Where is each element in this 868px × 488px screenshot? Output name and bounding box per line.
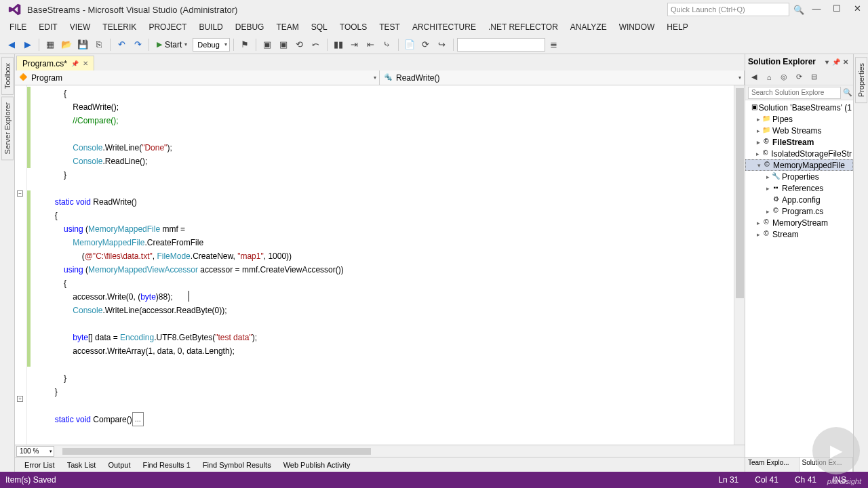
open-icon[interactable]: 📂 (59, 37, 74, 52)
redo-icon[interactable]: ↷ (130, 37, 145, 52)
menu-sql[interactable]: SQL (306, 21, 333, 33)
outline-expand-icon[interactable]: + (17, 396, 23, 402)
menu-build[interactable]: BUILD (193, 21, 228, 33)
scope-dropdown[interactable]: 🔶 Program (15, 70, 380, 85)
maximize-button[interactable]: ☐ (829, 3, 845, 16)
tree-stream[interactable]: Stream (772, 230, 799, 239)
tb-icon[interactable]: ↪ (435, 37, 450, 52)
file-tab-program[interactable]: Program.cs* 📌 ✕ (16, 56, 94, 70)
expand-icon[interactable] (764, 208, 771, 215)
menu-debug[interactable]: DEBUG (230, 21, 270, 33)
panel-menu-icon[interactable]: ▾ (822, 58, 831, 66)
menu-file[interactable]: FILE (4, 21, 32, 33)
back-icon[interactable]: ◀ (748, 71, 760, 83)
new-project-icon[interactable]: ▦ (43, 37, 58, 52)
expand-icon[interactable] (755, 116, 762, 123)
tree-filestream[interactable]: FileStream (772, 138, 814, 147)
tree-isolated[interactable]: IsolatedStorageFileStr (771, 149, 852, 159)
nav-back-icon[interactable]: ◀ (4, 37, 19, 52)
tb-icon[interactable]: 📄 (402, 37, 417, 52)
home-icon[interactable]: ⌂ (763, 71, 775, 83)
tree-solution[interactable]: Solution 'BaseStreams' (1 (759, 103, 852, 113)
tb-icon[interactable]: ⤷ (380, 37, 395, 52)
sync-icon[interactable]: ◎ (778, 71, 790, 83)
menu-reflector[interactable]: .NET REFLECTOR (483, 21, 564, 33)
menu-architecture[interactable]: ARCHITECTURE (407, 21, 481, 33)
panel-pin-icon[interactable]: 📌 (831, 58, 841, 66)
nav-forward-icon[interactable]: ▶ (20, 37, 35, 52)
outline-gutter[interactable]: − + (15, 85, 27, 445)
expand-icon[interactable] (755, 127, 762, 134)
outline-collapse-icon[interactable]: − (17, 190, 23, 197)
close-button[interactable]: ✕ (849, 3, 865, 16)
rail-tab-properties[interactable]: Properties (855, 57, 867, 103)
code-editor[interactable]: − + { ReadWrite(); //Compare(); Console.… (15, 85, 745, 445)
rail-tab-server-explorer[interactable]: Server Explorer (1, 96, 14, 160)
expand-icon[interactable] (764, 185, 771, 192)
tree-memstream[interactable]: MemoryStream (772, 218, 828, 228)
collapse-icon[interactable]: ⊟ (808, 71, 820, 83)
expand-icon[interactable] (755, 231, 762, 238)
break-icon[interactable]: ▮▮ (331, 37, 346, 52)
btab-find-results[interactable]: Find Results 1 (137, 460, 195, 470)
rail-tab-toolbox[interactable]: Toolbox (1, 57, 14, 95)
solution-tree[interactable]: ▣Solution 'BaseStreams' (1 📁Pipes 📁Web S… (745, 100, 853, 457)
tree-properties[interactable]: Properties (782, 172, 819, 182)
zoom-dropdown[interactable]: 100 % (16, 446, 54, 457)
tree-programcs[interactable]: Program.cs (782, 207, 823, 216)
pin-icon[interactable]: 📌 (71, 60, 79, 67)
expand-icon[interactable] (755, 150, 761, 157)
member-dropdown[interactable]: 🔩 ReadWrite() (380, 70, 745, 85)
close-tab-icon[interactable]: ✕ (83, 60, 88, 67)
solution-search-input[interactable] (748, 87, 841, 99)
save-icon[interactable]: 💾 (75, 37, 90, 52)
collapse-icon[interactable] (755, 162, 762, 169)
toolbar-combo[interactable] (457, 38, 545, 52)
tb-icon[interactable]: ⤺ (309, 37, 323, 52)
tb-icon[interactable]: ⇥ (347, 37, 362, 52)
tb-icon[interactable]: ⇤ (363, 37, 378, 52)
tb-icon[interactable]: ⟳ (418, 37, 433, 52)
tab-team-explorer[interactable]: Team Explo... (745, 458, 800, 472)
menu-test[interactable]: TEST (374, 21, 406, 33)
save-all-icon[interactable]: ⎘ (92, 37, 106, 52)
btab-task-list[interactable]: Task List (62, 460, 102, 470)
menu-telerik[interactable]: TELERIK (97, 21, 142, 33)
menu-view[interactable]: VIEW (64, 21, 96, 33)
btab-error-list[interactable]: Error List (19, 460, 60, 470)
config-dropdown[interactable]: Debug (193, 38, 229, 52)
tree-webstreams[interactable]: Web Streams (772, 126, 821, 136)
expand-icon[interactable] (764, 174, 771, 180)
menu-team[interactable]: TEAM (271, 21, 304, 33)
undo-icon[interactable]: ↶ (114, 37, 129, 52)
menu-edit[interactable]: EDIT (33, 21, 62, 33)
menu-project[interactable]: PROJECT (143, 21, 192, 33)
tb-icon[interactable]: ⟲ (292, 37, 307, 52)
tree-pipes[interactable]: Pipes (772, 115, 793, 124)
refresh-icon[interactable]: ⟳ (793, 71, 805, 83)
btab-output[interactable]: Output (102, 460, 136, 470)
expand-icon[interactable] (755, 220, 762, 226)
menu-analyze[interactable]: ANALYZE (565, 21, 612, 33)
quick-launch-input[interactable]: Quick Launch (Ctrl+Q) (667, 3, 789, 16)
minimize-button[interactable]: — (808, 3, 825, 16)
tree-mmf[interactable]: MemoryMappedFile (773, 161, 845, 170)
menu-window[interactable]: WINDOW (614, 21, 660, 33)
panel-close-icon[interactable]: ✕ (841, 58, 850, 66)
search-icon[interactable]: 🔍 (843, 88, 852, 97)
start-button[interactable]: ▶ Start ▾ (153, 37, 191, 52)
tb-icon[interactable]: ▣ (276, 37, 291, 52)
menu-tools[interactable]: TOOLS (334, 21, 372, 33)
folded-region[interactable]: ... (132, 412, 144, 426)
btab-web-publish[interactable]: Web Publish Activity (278, 460, 356, 470)
vertical-scrollbar[interactable] (734, 85, 745, 445)
play-overlay-icon[interactable]: ▶ (812, 427, 860, 474)
horizontal-scrollbar[interactable] (57, 447, 742, 456)
tb-icon[interactable]: ≣ (547, 37, 561, 52)
tb-icon[interactable]: ⚑ (237, 37, 252, 52)
search-icon[interactable]: 🔍 (793, 5, 804, 15)
tree-references[interactable]: References (782, 184, 823, 193)
code-content[interactable]: { ReadWrite(); //Compare(); Console.Writ… (31, 85, 745, 445)
btab-find-symbol[interactable]: Find Symbol Results (197, 460, 277, 470)
tree-appcfg[interactable]: App.config (782, 195, 821, 205)
